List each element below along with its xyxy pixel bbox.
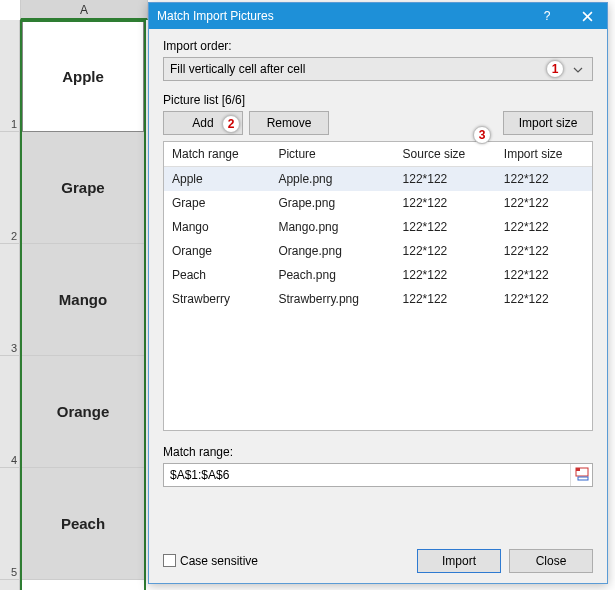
table-row[interactable]: Grape Grape.png 122*122 122*122 bbox=[164, 191, 592, 215]
case-sensitive-label: Case sensitive bbox=[180, 554, 258, 568]
table-row[interactable]: Mango Mango.png 122*122 122*122 bbox=[164, 215, 592, 239]
help-icon: ? bbox=[544, 9, 551, 23]
remove-button-label: Remove bbox=[267, 116, 312, 130]
picture-list-table[interactable]: Match range Picture Source size Import s… bbox=[163, 141, 593, 431]
cell-a5[interactable]: Peach bbox=[22, 468, 144, 580]
row-header-2[interactable]: 2 bbox=[0, 228, 20, 244]
cell-a3[interactable]: Mango bbox=[22, 244, 144, 356]
row-header-3[interactable]: 3 bbox=[0, 340, 20, 356]
import-order-dropdown[interactable]: Fill vertically cell after cell 1 bbox=[163, 57, 593, 81]
import-button[interactable]: Import bbox=[417, 549, 501, 573]
case-sensitive-checkbox[interactable]: Case sensitive bbox=[163, 554, 258, 568]
picture-list-label: Picture list [6/6] bbox=[163, 93, 593, 107]
close-icon bbox=[582, 11, 593, 22]
row-header-5[interactable]: 5 bbox=[0, 564, 20, 580]
remove-button[interactable]: Remove bbox=[249, 111, 329, 135]
close-window-button[interactable] bbox=[567, 3, 607, 29]
add-button-label: Add bbox=[192, 116, 213, 130]
col-match-range[interactable]: Match range bbox=[164, 142, 270, 167]
add-button[interactable]: Add 2 bbox=[163, 111, 243, 135]
dialog-title: Match Import Pictures bbox=[157, 9, 274, 23]
match-range-value: $A$1:$A$6 bbox=[170, 468, 570, 482]
checkbox-icon bbox=[163, 554, 176, 567]
cell-a4[interactable]: Orange bbox=[22, 356, 144, 468]
chevron-down-icon bbox=[570, 62, 586, 76]
table-row[interactable]: Peach Peach.png 122*122 122*122 bbox=[164, 263, 592, 287]
match-range-input[interactable]: $A$1:$A$6 bbox=[163, 463, 593, 487]
match-import-pictures-dialog: Match Import Pictures ? Import order: Fi… bbox=[148, 2, 608, 584]
close-button[interactable]: Close bbox=[509, 549, 593, 573]
import-order-label: Import order: bbox=[163, 39, 593, 53]
table-row[interactable]: Orange Orange.png 122*122 122*122 bbox=[164, 239, 592, 263]
match-range-label: Match range: bbox=[163, 445, 593, 459]
spreadsheet-fragment: A 1 2 3 4 5 Apple Grape Mango Orange Pea… bbox=[0, 0, 148, 590]
annotation-1: 1 bbox=[546, 60, 564, 78]
import-button-label: Import bbox=[442, 554, 476, 568]
help-button[interactable]: ? bbox=[527, 3, 567, 29]
dialog-titlebar[interactable]: Match Import Pictures ? bbox=[149, 3, 607, 29]
table-row[interactable]: Apple Apple.png 122*122 122*122 bbox=[164, 167, 592, 192]
column-header-a[interactable]: A bbox=[20, 0, 148, 20]
annotation-2: 2 bbox=[222, 115, 240, 133]
table-row[interactable]: Strawberry Strawberry.png 122*122 122*12… bbox=[164, 287, 592, 311]
svg-rect-2 bbox=[578, 477, 588, 480]
col-import-size[interactable]: Import size bbox=[496, 142, 592, 167]
close-button-label: Close bbox=[536, 554, 567, 568]
col-picture[interactable]: Picture bbox=[270, 142, 394, 167]
row-header-4[interactable]: 4 bbox=[0, 452, 20, 468]
cell-a2[interactable]: Grape bbox=[22, 132, 144, 244]
svg-rect-1 bbox=[576, 468, 580, 471]
col-source-size[interactable]: Source size bbox=[395, 142, 496, 167]
range-picker-icon bbox=[575, 467, 589, 484]
cell-a1[interactable]: Apple bbox=[22, 20, 144, 132]
import-size-button-label: Import size bbox=[519, 116, 578, 130]
row-header-1[interactable]: 1 bbox=[0, 116, 20, 132]
range-picker-button[interactable] bbox=[570, 464, 592, 486]
import-order-value: Fill vertically cell after cell bbox=[170, 62, 546, 76]
import-size-button[interactable]: Import size bbox=[503, 111, 593, 135]
